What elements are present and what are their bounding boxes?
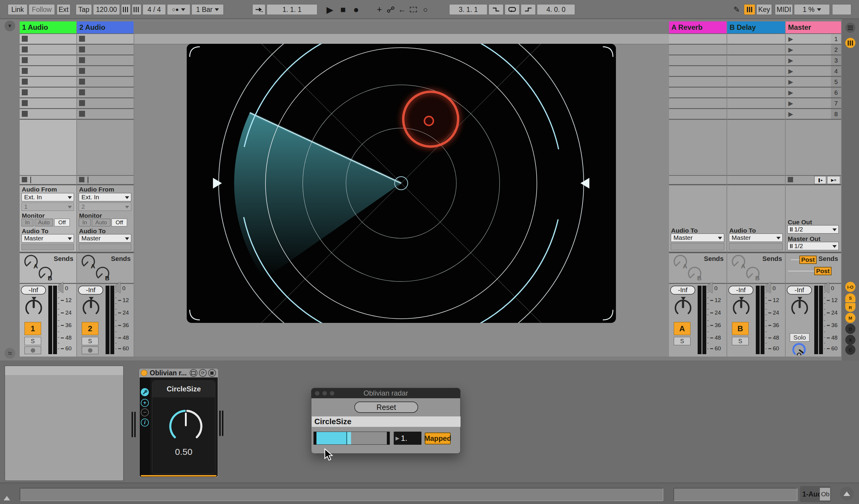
draw-mode-button[interactable]: ✎ [731,4,743,15]
volume-field[interactable]: -Inf [787,286,812,295]
link-button[interactable]: Link [8,4,27,15]
clip-stop-icon[interactable] [79,177,85,182]
solo-button[interactable]: S [82,337,99,345]
arm-button[interactable] [82,346,99,354]
oblivian-radar-window[interactable]: Oblivian radar Reset CircleSize ▶ 1. Map… [311,388,461,454]
record-button[interactable]: ● [350,4,362,15]
routing-dropdown[interactable]: Master [79,234,131,242]
clip-slot-3[interactable] [669,56,727,65]
new-midi-clip-icon[interactable]: + [375,4,384,15]
arrangement-position-field[interactable]: 1. 1. 1 [267,4,317,15]
midi-map-button[interactable]: MIDI [775,4,793,15]
routing-dropdown[interactable]: Master [671,234,724,242]
mixer-toggle-m[interactable]: M [845,313,856,323]
pan-knob[interactable] [25,299,42,317]
monitor-auto-button[interactable]: Auto [92,219,110,226]
crossfade-wave-icon[interactable]: ≈ [4,348,15,359]
computer-midi-keyboard-button[interactable] [744,4,755,15]
mixer-view-button[interactable] [845,38,856,48]
nudge-up-button[interactable] [132,4,141,15]
clip-slot-5[interactable] [669,77,727,87]
stop-all-clips-icon[interactable] [788,177,793,182]
monitor-off-button[interactable]: Off [54,219,70,226]
follow-playback-button[interactable] [252,4,266,15]
clip-slot-5[interactable] [727,77,785,87]
clip-slot-6[interactable] [727,88,785,97]
scene-menu-button[interactable] [845,22,856,33]
pan-knob[interactable] [674,299,692,317]
scene-slot-1[interactable]: ▶1 [786,34,841,44]
clip-slot-8[interactable] [77,109,134,119]
mixer-toggle-i-o[interactable]: I-O [845,282,856,292]
collapse-track-titles-button[interactable]: ▼ [4,20,15,31]
solo-button[interactable]: Solo [790,333,810,342]
scene-slot-2[interactable]: ▶2 [786,45,841,54]
clip-slot-4[interactable] [669,66,727,76]
arm-button[interactable] [25,346,41,354]
solo-button[interactable]: S [25,337,41,345]
circlesize-slider[interactable] [314,431,390,445]
clip-slot-7[interactable] [20,98,76,108]
window-minimize-icon[interactable] [322,391,327,396]
clip-slot-7[interactable] [669,98,727,108]
wrench-icon[interactable] [141,388,149,396]
monitor-in-button[interactable]: In [21,219,33,226]
track-header-track-2[interactable]: 2 Audio [77,21,134,33]
clip-slot-4[interactable] [77,66,134,76]
track-header-master[interactable]: Master [786,21,841,33]
ext-button[interactable]: Ext [57,4,70,15]
time-signature-field[interactable]: 4 / 4 [142,4,166,15]
back-to-arrangement-button[interactable]: ❚▸ [814,176,826,184]
clip-slot-4[interactable] [20,66,76,76]
clip-slot-1[interactable] [669,34,727,44]
punch-in-button[interactable] [488,4,503,15]
reset-button[interactable]: Reset [355,401,418,413]
routing-dropdown[interactable]: Master [729,234,783,242]
cue-volume-knob[interactable] [792,343,806,357]
stop-all-clips-button[interactable]: ▶≡ [827,176,840,184]
routing-dropdown[interactable]: Ext. In [79,193,131,201]
parameter-value[interactable]: 0.50 [152,447,215,457]
clip-slot-1[interactable] [77,34,134,44]
clip-slot-6[interactable] [669,88,727,97]
device-scroll-handle-right[interactable] [219,410,223,436]
routing-dropdown[interactable]: Master [21,234,74,242]
clip-slot-3[interactable] [727,56,785,65]
scene-launch-icon[interactable]: ▶ [788,57,793,64]
solo-button[interactable]: S [674,337,691,345]
metronome-button[interactable]: ○● [167,4,190,15]
back-to-arrangement-icon[interactable]: ← [397,4,407,15]
punch-out-button[interactable] [521,4,536,15]
device-activator-icon[interactable] [141,370,147,376]
play-button[interactable]: ▶ [324,4,336,15]
volume-field[interactable]: -Inf [728,286,753,295]
monitor-off-button[interactable]: Off [111,219,127,226]
session-overdub-icon[interactable] [385,4,396,15]
solo-button[interactable]: S [732,337,749,345]
routing-dropdown[interactable]: Ext. In [21,193,74,201]
post-toggle-1[interactable]: Post [799,255,817,264]
track-header-return-b[interactable]: B Delay [727,21,785,33]
refresh-icon[interactable]: ⟳ [199,369,207,377]
mapped-button[interactable]: Mapped [425,432,451,444]
track-activator[interactable]: A [674,322,691,335]
loop-start-field[interactable]: 3. 1. 1 [449,4,487,15]
clip-slot-2[interactable] [20,45,76,54]
clip-slot-6[interactable] [20,88,76,97]
scene-launch-icon[interactable]: ▶ [788,111,793,118]
key-map-button[interactable]: Key [756,4,772,15]
clip-slot-7[interactable] [727,98,785,108]
track-activator[interactable]: 1 [25,322,41,335]
follow-button[interactable]: Follow [29,4,55,15]
tap-tempo-button[interactable]: Tap [76,4,92,15]
clip-slot-2[interactable] [669,45,727,54]
track-header-track-1[interactable]: 1 Audio [20,21,76,33]
track-activator[interactable]: B [732,322,749,335]
clip-slot-8[interactable] [727,109,785,119]
clip-slot-7[interactable] [77,98,134,108]
scene-slot-3[interactable]: ▶3 [786,56,841,65]
circlesize-knob[interactable] [166,407,205,446]
clip-slot-3[interactable] [77,56,134,65]
post-toggle-2[interactable]: Post [814,267,832,275]
monitor-in-button[interactable]: In [79,219,91,226]
